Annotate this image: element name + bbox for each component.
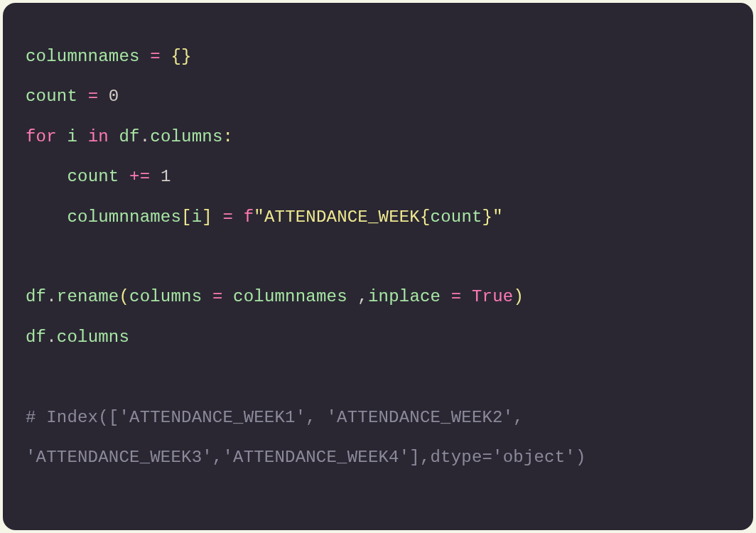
string-quote: " [254, 208, 264, 227]
brace-close: } [181, 47, 192, 66]
identifier: i [192, 208, 202, 227]
operator: = [88, 87, 99, 106]
identifier: df [26, 287, 46, 306]
operator: += [129, 167, 150, 186]
paren-open: ( [119, 287, 129, 306]
dot: . [140, 127, 151, 146]
method: rename [57, 287, 119, 306]
identifier: count [431, 208, 482, 227]
brace-open: { [171, 47, 181, 66]
paren-close: ) [513, 287, 524, 306]
keyword-in: in [88, 127, 109, 146]
attribute: columns [150, 127, 222, 146]
string-quote: " [492, 208, 503, 227]
identifier: df [119, 127, 139, 146]
comment-line: # Index(['ATTENDANCE_WEEK1', 'ATTENDANCE… [26, 408, 524, 427]
operator: = [212, 287, 223, 306]
fstring-brace-close: } [482, 208, 493, 227]
number: 1 [161, 167, 171, 186]
identifier: count [67, 167, 119, 186]
identifier: columnnames [67, 208, 181, 227]
identifier: columnnames [26, 47, 140, 66]
identifier: count [26, 87, 77, 106]
kwarg: inplace [368, 287, 441, 306]
dot: . [46, 287, 57, 306]
code-block: columnnames = {} count = 0 for i in df.c… [3, 3, 753, 530]
kwarg: columns [129, 287, 202, 306]
operator: = [150, 47, 161, 66]
dot: . [46, 328, 57, 347]
bracket-open: [ [181, 208, 192, 227]
identifier: columnnames [233, 287, 347, 306]
colon: : [223, 127, 234, 146]
operator: = [223, 208, 234, 227]
operator: = [451, 287, 462, 306]
comment-line: 'ATTENDANCE_WEEK3','ATTENDANCE_WEEK4'],d… [26, 448, 586, 467]
comma: , [357, 287, 368, 306]
attribute: columns [57, 328, 129, 347]
identifier: i [67, 127, 77, 146]
indent [26, 208, 67, 227]
bracket-close: ] [202, 208, 212, 227]
fstring-brace-open: { [420, 208, 431, 227]
number: 0 [109, 87, 119, 106]
identifier: df [26, 328, 46, 347]
string-literal: ATTENDANCE_WEEK [264, 208, 420, 227]
code-content: columnnames = {} count = 0 for i in df.c… [26, 37, 730, 478]
keyword-true: True [472, 287, 513, 306]
f-prefix: f [244, 208, 254, 227]
keyword-for: for [26, 127, 57, 146]
indent [26, 167, 67, 186]
